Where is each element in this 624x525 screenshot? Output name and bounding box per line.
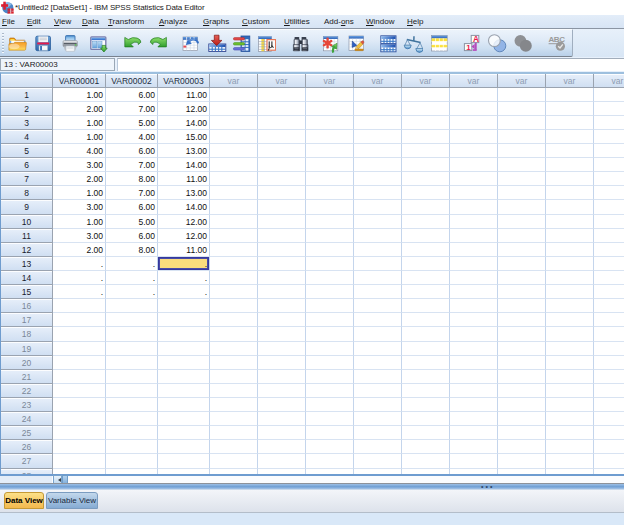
- svg-text:1: 1: [466, 42, 471, 51]
- svg-text:A: A: [473, 34, 479, 43]
